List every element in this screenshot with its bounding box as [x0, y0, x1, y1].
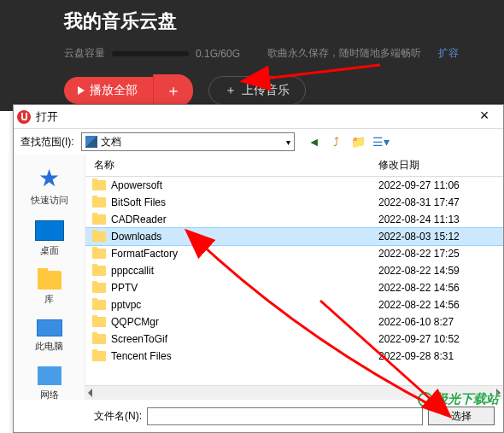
capacity-bar: [112, 51, 189, 56]
file-row[interactable]: Downloads2022-08-03 15:12: [85, 228, 503, 245]
watermark: 极光下载站: [418, 391, 499, 407]
app-icon: [17, 110, 31, 124]
upload-music-button[interactable]: ＋ 上传音乐: [208, 76, 306, 105]
play-all-label: 播放全部: [90, 83, 138, 98]
folder-icon: [92, 197, 106, 208]
chevron-down-icon: ▾: [286, 138, 290, 147]
sidebar-item-pc[interactable]: 此电脑: [14, 314, 85, 361]
file-date: 2022-09-27 11:06: [378, 179, 503, 191]
file-list[interactable]: Apowersoft2022-09-27 11:06BitSoft Files2…: [85, 177, 503, 385]
page-title: 我的音乐云盘: [64, 9, 504, 34]
lookin-value: 文档: [101, 135, 121, 149]
file-name: FormatFactory: [111, 248, 378, 260]
new-folder-icon[interactable]: 📁: [351, 134, 366, 149]
lookin-label: 查找范围(I):: [21, 135, 74, 149]
sidebar-item-label: 快速访问: [14, 194, 85, 207]
file-name: PPTV: [111, 282, 378, 294]
file-name: QQPCMgr: [111, 316, 378, 328]
file-date: 2022-08-03 15:12: [378, 231, 503, 243]
file-date: 2022-08-24 11:13: [378, 214, 503, 225]
file-name: Tencent Files: [111, 350, 378, 362]
folder-icon: [92, 266, 106, 276]
file-row[interactable]: CADReader2022-08-24 11:13: [85, 211, 503, 228]
file-row[interactable]: pppccallit2022-08-22 14:59: [85, 262, 503, 279]
desktop-icon: [35, 220, 64, 241]
folder-icon: [92, 249, 106, 259]
capacity-text: 0.1G/60G: [196, 48, 240, 60]
file-name: ScreenToGif: [111, 333, 378, 345]
file-row[interactable]: BitSoft Files2022-08-31 17:47: [85, 194, 503, 211]
file-name: Downloads: [111, 231, 378, 243]
close-button[interactable]: ×: [469, 105, 500, 129]
sidebar-item-label: 桌面: [14, 244, 85, 257]
dialog-title: 打开: [36, 109, 469, 125]
file-date: 2022-08-22 14:56: [378, 282, 503, 294]
play-icon: [78, 86, 85, 95]
folder-icon: [92, 214, 106, 225]
file-date: 2022-09-28 8:31: [378, 350, 503, 362]
file-area: 名称 修改日期 Apowersoft2022-09-27 11:06BitSof…: [85, 155, 503, 400]
sidebar-item-label: 网络: [14, 389, 85, 401]
lib-icon: [38, 271, 62, 290]
back-icon[interactable]: ◄: [307, 134, 322, 149]
file-row[interactable]: Tencent Files2022-09-28 8:31: [85, 348, 503, 365]
folder-icon: [92, 180, 106, 190]
dialog-titlebar: 打开 ×: [14, 105, 503, 129]
watermark-logo-icon: [418, 392, 433, 407]
file-row[interactable]: FormatFactory2022-08-22 17:25: [85, 245, 503, 262]
select-button[interactable]: 选择: [428, 407, 495, 425]
dialog-toolbar: 查找范围(I): 文档 ▾ ◄ ⤴ 📁 ☰▾: [14, 129, 503, 155]
file-row[interactable]: ScreenToGif2022-09-27 10:52: [85, 331, 503, 348]
star-icon: ★: [36, 167, 63, 190]
folder-icon: [92, 283, 106, 293]
documents-icon: [85, 136, 97, 148]
file-list-header: 名称 修改日期: [85, 155, 503, 177]
file-date: 2022-08-22 17:25: [378, 248, 503, 260]
places-sidebar: ★快速访问桌面库此电脑网络: [14, 155, 85, 400]
toolbar-icons: ◄ ⤴ 📁 ☰▾: [307, 134, 389, 149]
capacity-label: 云盘容量: [64, 46, 105, 61]
up-icon[interactable]: ⤴: [329, 134, 344, 149]
file-date: 2022-08-22 14:59: [378, 265, 503, 277]
pc-icon: [37, 319, 62, 336]
expand-link[interactable]: 扩容: [438, 46, 459, 61]
plus-icon: ＋: [225, 83, 237, 98]
sidebar-item-label: 此电脑: [14, 340, 85, 353]
sidebar-item-label: 库: [14, 293, 85, 306]
play-all-button[interactable]: 播放全部: [64, 77, 153, 104]
views-icon[interactable]: ☰▾: [373, 134, 389, 149]
col-name-header[interactable]: 名称: [85, 158, 378, 173]
file-row[interactable]: PPTV2022-08-22 14:56: [85, 279, 503, 296]
filename-input[interactable]: [147, 407, 423, 425]
lookin-dropdown[interactable]: 文档 ▾: [81, 132, 295, 151]
sidebar-item-star[interactable]: ★快速访问: [14, 161, 85, 215]
file-date: 2022-06-10 8:27: [378, 316, 503, 328]
sidebar-item-net[interactable]: 网络: [14, 361, 85, 410]
capacity-row: 云盘容量 0.1G/60G 歌曲永久保存，随时随地多端畅听 扩容: [64, 46, 504, 61]
file-row[interactable]: Apowersoft2022-09-27 11:06: [85, 177, 503, 194]
folder-icon: [92, 351, 106, 361]
file-row[interactable]: QQPCMgr2022-06-10 8:27: [85, 313, 503, 331]
col-date-header[interactable]: 修改日期: [378, 158, 503, 173]
button-row: 播放全部 ＋ ＋ 上传音乐: [64, 74, 504, 107]
file-name: CADReader: [111, 214, 378, 225]
file-date: 2022-08-31 17:47: [378, 196, 503, 208]
sidebar-item-desktop[interactable]: 桌面: [14, 215, 85, 266]
file-date: 2022-08-22 14:56: [378, 299, 503, 311]
slogan-text: 歌曲永久保存，随时随地多端畅听: [267, 46, 421, 61]
net-icon: [38, 366, 62, 385]
file-open-dialog: 打开 × 查找范围(I): 文档 ▾ ◄ ⤴ 📁 ☰▾ ★快速访问桌面库此电脑网…: [13, 104, 504, 433]
file-name: pptvpc: [111, 299, 378, 311]
folder-icon: [92, 317, 106, 327]
file-name: Apowersoft: [111, 179, 378, 191]
folder-icon: [92, 231, 106, 242]
dialog-body: ★快速访问桌面库此电脑网络 名称 修改日期 Apowersoft2022-09-…: [14, 155, 503, 400]
file-row[interactable]: pptvpc2022-08-22 14:56: [85, 296, 503, 313]
filename-label: 文件名(N):: [94, 409, 142, 424]
add-to-playlist-button[interactable]: ＋: [153, 74, 193, 107]
file-name: BitSoft Files: [111, 196, 378, 208]
sidebar-item-lib[interactable]: 库: [14, 266, 85, 314]
folder-icon: [92, 334, 106, 344]
upload-label: 上传音乐: [242, 83, 290, 98]
file-date: 2022-09-27 10:52: [378, 333, 503, 345]
